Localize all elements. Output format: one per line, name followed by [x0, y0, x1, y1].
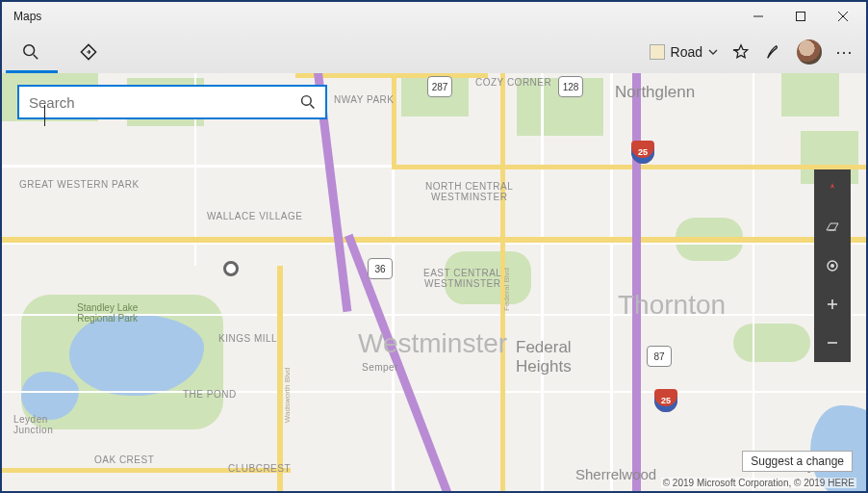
shield-i25-b: 25: [654, 389, 677, 412]
search-input[interactable]: [19, 94, 291, 111]
label-leyden-junction: Leyden Junction: [13, 414, 53, 435]
suggest-change-button[interactable]: Suggest a change: [742, 451, 853, 472]
label-nc-westminster: NORTH CENTRAL WESTMINSTER: [425, 181, 513, 202]
account-avatar[interactable]: [797, 39, 822, 65]
label-ec-westminster: EAST CENTRAL WESTMINSTER: [423, 268, 501, 289]
locate-me-button[interactable]: [814, 246, 851, 285]
label-westminster: Westminster: [358, 328, 507, 359]
shield-us36: 36: [368, 258, 393, 279]
maximize-button[interactable]: [779, 3, 822, 30]
label-wallace-village: WALLACE VILLAGE: [207, 211, 302, 221]
more-button[interactable]: ⋯: [835, 41, 855, 63]
chevron-down-icon: [708, 47, 718, 57]
label-kings-mill: KINGS MILL: [218, 333, 277, 344]
text-caret: [44, 105, 45, 126]
tab-search[interactable]: [2, 31, 60, 73]
window-controls: [737, 3, 864, 30]
saved-places-button[interactable]: [731, 42, 751, 62]
svg-line-5: [34, 55, 38, 60]
svg-rect-1: [797, 13, 805, 21]
minimize-button[interactable]: [737, 3, 779, 30]
label-oak-crest: OAK CREST: [94, 454, 154, 465]
title-bar: Maps: [2, 2, 866, 31]
zoom-in-button[interactable]: [814, 285, 851, 324]
label-federal-blvd: Federal Blvd: [502, 268, 511, 311]
location-marker[interactable]: [223, 261, 239, 276]
rotate-button[interactable]: [814, 169, 851, 208]
tilt-button[interactable]: [814, 208, 851, 246]
highway-i25: [632, 73, 641, 491]
svg-point-11: [830, 264, 834, 268]
road-swatch-icon: [650, 44, 665, 60]
toolbar-right: Road ⋯: [650, 39, 855, 65]
label-thornton: Thornton: [618, 290, 726, 321]
label-cozy-corner: COZY CORNER: [475, 77, 551, 88]
search-box[interactable]: [17, 85, 327, 119]
shield-co87: 87: [647, 346, 672, 367]
svg-line-9: [310, 104, 314, 108]
label-northglenn: Northglenn: [615, 83, 695, 102]
svg-point-4: [24, 45, 35, 56]
zoom-out-button[interactable]: [814, 324, 851, 362]
map-controls: [814, 169, 851, 362]
label-sherrelwood: Sherrelwood: [575, 466, 656, 482]
svg-point-8: [302, 96, 312, 106]
toolbar: Road ⋯: [2, 31, 866, 73]
map-canvas[interactable]: 287 128 36 87 25 25 Westminster Thornton…: [2, 73, 866, 491]
label-federal-heights: Federal Heights: [516, 338, 572, 376]
window-title: Maps: [13, 10, 41, 23]
mode-tabs: [2, 31, 117, 73]
label-standley-lake: Standley Lake Regional Park: [77, 302, 138, 324]
tab-directions[interactable]: [60, 31, 117, 73]
label-nway-park: NWAY PARK: [334, 94, 394, 105]
label-semper: Semper: [362, 362, 398, 373]
label-the-pond: THE POND: [183, 389, 237, 400]
close-button[interactable]: [822, 3, 864, 30]
label-great-western-park: GREAT WESTERN PARK: [19, 179, 140, 190]
shield-co128: 128: [558, 76, 583, 97]
map-view-dropdown[interactable]: Road: [650, 44, 718, 60]
shield-us287: 287: [427, 76, 452, 97]
search-submit-icon[interactable]: [291, 94, 325, 110]
label-clubcrest: CLUBCREST: [228, 463, 291, 474]
label-wadsworth: Wadsworth Blvd: [283, 368, 292, 424]
ink-button[interactable]: [764, 42, 783, 62]
copyright-text: © 2019 Microsoft Corporation, © 2019 HER…: [661, 478, 856, 488]
view-mode-label: Road: [671, 44, 702, 60]
shield-i25-a: 25: [631, 141, 654, 164]
